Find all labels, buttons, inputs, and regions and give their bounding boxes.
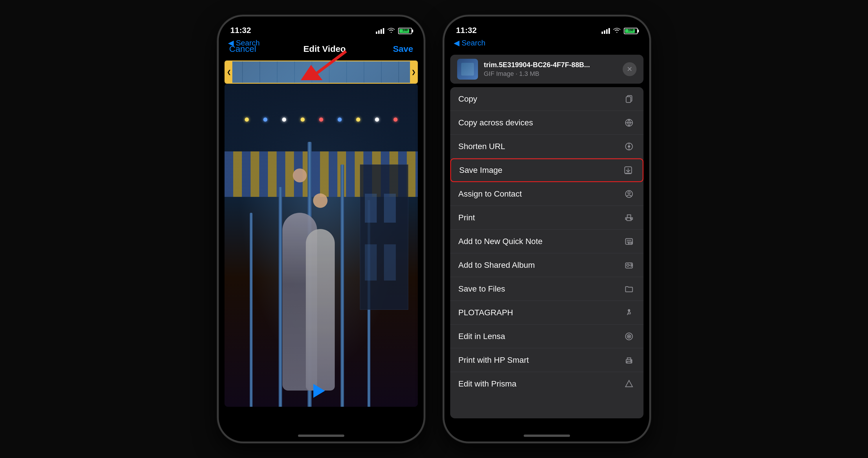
copy-devices-icon [623, 116, 636, 129]
shared-album-label: Add to Shared Album [458, 261, 535, 270]
hp-smart-icon [623, 354, 636, 367]
signal-icon-1 [376, 28, 384, 34]
phone-2: 11:32 100 [443, 15, 651, 443]
battery-icon-2: 100 [624, 28, 638, 34]
menu-item-lensa[interactable]: Edit in Lensa [450, 324, 644, 348]
time-1: 11:32 [230, 26, 251, 35]
save-image-label: Save Image [459, 166, 502, 175]
copy-devices-label: Copy across devices [458, 118, 533, 127]
strip-left-handle[interactable]: ❮ [225, 61, 232, 83]
signal-icon-2 [601, 28, 610, 34]
menu-item-shorten-url[interactable]: Shorten URL [450, 135, 644, 159]
red-arrow [300, 46, 352, 81]
svg-point-27 [628, 336, 629, 337]
back-search-1[interactable]: ◀ Search [228, 38, 260, 48]
prisma-label: Edit with Prisma [458, 379, 517, 389]
svg-rect-29 [627, 361, 631, 363]
file-name: trim.5E319904-BC26-4F7F-88B... [484, 61, 617, 69]
save-files-icon [623, 283, 636, 295]
file-close-button[interactable]: ✕ [623, 62, 637, 76]
lensa-label: Edit in Lensa [458, 332, 505, 341]
menu-item-quick-note[interactable]: Add to New Quick Note [450, 230, 644, 253]
svg-point-12 [628, 192, 630, 194]
file-meta: GIF Image · 1.3 MB [484, 70, 617, 78]
svg-rect-3 [626, 97, 631, 103]
wifi-icon-1 [387, 27, 395, 35]
copy-icon [623, 93, 636, 105]
file-info: trim.5E319904-BC26-4F7F-88B... GIF Image… [484, 61, 617, 78]
wifi-icon-2 [613, 27, 621, 35]
home-indicator-1 [298, 434, 344, 437]
svg-rect-14 [627, 215, 631, 218]
svg-point-15 [630, 218, 631, 219]
menu-item-plotagraph[interactable]: PLOTAGRAPH [450, 301, 644, 324]
menu-item-copy-devices[interactable]: Copy across devices [450, 111, 644, 135]
plotagraph-icon [623, 306, 636, 319]
assign-contact-icon [623, 188, 636, 200]
print-label: Print [458, 213, 475, 222]
save-button[interactable]: Save [393, 44, 413, 54]
file-thumbnail [457, 59, 478, 80]
time-2: 11:32 [456, 26, 477, 35]
svg-point-22 [627, 264, 629, 266]
copy-label: Copy [458, 94, 477, 104]
menu-item-save-image[interactable]: Save Image [450, 159, 644, 182]
hp-smart-label: Print with HP Smart [458, 355, 529, 365]
file-header: trim.5E319904-BC26-4F7F-88B... GIF Image… [450, 55, 644, 84]
shorten-url-label: Shorten URL [458, 142, 505, 151]
menu-item-print[interactable]: Print [450, 206, 644, 230]
prisma-icon [623, 377, 636, 390]
shared-album-icon [623, 259, 636, 271]
lensa-icon [623, 330, 636, 343]
svg-line-1 [317, 51, 346, 73]
menu-item-save-files[interactable]: Save to Files [450, 277, 644, 301]
plotagraph-label: PLOTAGRAPH [458, 308, 513, 317]
phone-1: 11:32 100 [217, 15, 425, 443]
home-indicator-2 [524, 434, 570, 437]
menu-item-hp-smart[interactable]: Print with HP Smart [450, 348, 644, 372]
menu-item-prisma[interactable]: Edit with Prisma [450, 372, 644, 396]
strip-right-handle[interactable]: ❯ [410, 61, 417, 83]
video-main [224, 84, 418, 407]
battery-icon-1: 100 [398, 28, 412, 34]
quick-note-icon [623, 235, 636, 248]
print-icon [623, 211, 636, 224]
shorten-url-icon [623, 140, 636, 153]
save-files-label: Save to Files [458, 284, 505, 293]
play-button[interactable] [311, 381, 331, 401]
save-image-icon [622, 164, 634, 177]
back-search-2[interactable]: ◀ Search [454, 38, 486, 48]
assign-contact-label: Assign to Contact [458, 189, 522, 199]
status-icons-2: 100 [601, 27, 638, 35]
svg-point-23 [628, 310, 630, 311]
dynamic-island-1 [301, 22, 341, 33]
svg-point-7 [628, 146, 630, 147]
status-icons-1: 100 [376, 27, 412, 35]
menu-item-assign-contact[interactable]: Assign to Contact [450, 182, 644, 206]
menu-item-shared-album[interactable]: Add to Shared Album [450, 253, 644, 277]
context-menu: Copy Copy across devices [450, 87, 644, 418]
svg-point-30 [631, 360, 631, 361]
quick-note-label: Add to New Quick Note [458, 237, 542, 246]
dynamic-island-2 [527, 22, 567, 33]
menu-item-copy[interactable]: Copy [450, 87, 644, 111]
